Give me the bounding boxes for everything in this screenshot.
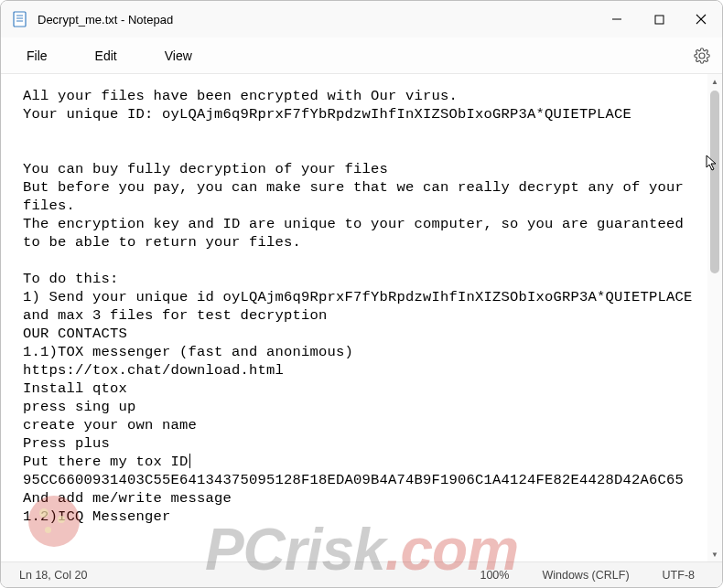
notepad-window: Decrypt_me.txt - Notepad File Edit View … — [0, 0, 723, 588]
gear-icon — [694, 48, 710, 64]
close-icon — [696, 14, 707, 25]
menu-view[interactable]: View — [154, 43, 207, 69]
menubar: File Edit View — [1, 37, 722, 74]
content-area: All your files have been encrypted with … — [1, 74, 722, 561]
scrollbar-thumb[interactable] — [710, 91, 719, 273]
status-encoding[interactable]: UTF-8 — [646, 569, 711, 582]
window-title: Decrypt_me.txt - Notepad — [38, 13, 596, 27]
window-controls — [596, 1, 722, 37]
close-button[interactable] — [680, 1, 722, 37]
text-caret — [189, 454, 190, 468]
titlebar[interactable]: Decrypt_me.txt - Notepad — [1, 1, 722, 37]
minimize-button[interactable] — [596, 1, 638, 37]
scroll-up-arrow-icon[interactable]: ▲ — [707, 74, 722, 89]
svg-rect-5 — [655, 16, 664, 24]
menu-edit[interactable]: Edit — [84, 43, 132, 69]
svg-rect-0 — [14, 12, 26, 27]
status-cursor-position: Ln 18, Col 20 — [12, 569, 186, 582]
notepad-app-icon — [12, 11, 28, 27]
status-zoom[interactable]: 100% — [463, 569, 525, 582]
minimize-icon — [611, 14, 622, 25]
status-line-ending[interactable]: Windows (CRLF) — [525, 569, 645, 582]
scroll-down-arrow-icon[interactable]: ▼ — [707, 547, 722, 561]
statusbar: Ln 18, Col 20 100% Windows (CRLF) UTF-8 — [1, 561, 722, 587]
maximize-button[interactable] — [638, 1, 680, 37]
vertical-scrollbar[interactable]: ▲ ▼ — [707, 74, 722, 561]
settings-button[interactable] — [685, 39, 718, 72]
maximize-icon — [654, 15, 664, 25]
text-editor[interactable]: All your files have been encrypted with … — [1, 74, 707, 561]
menu-file[interactable]: File — [16, 43, 62, 69]
